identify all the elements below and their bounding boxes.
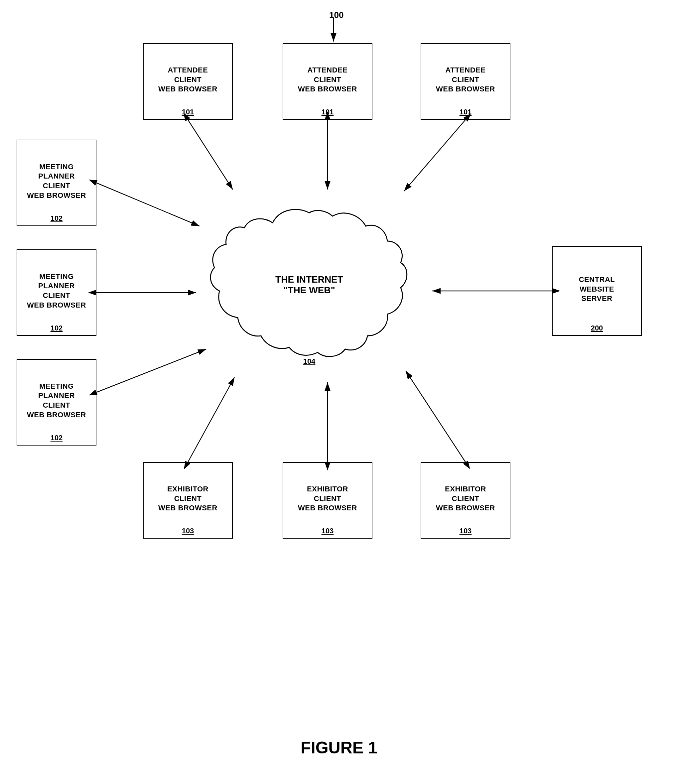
attendee1-cloud-arrow — [188, 120, 233, 190]
exhibitor1-cloud-arrow — [188, 377, 235, 462]
planner-2-number: 102 — [51, 324, 63, 333]
cloud-number: 104 — [303, 357, 316, 366]
central-label: CENTRALWEBSITESERVER — [579, 275, 615, 303]
attendee3-cloud-arrow — [404, 120, 465, 191]
figure-caption: FIGURE 1 — [300, 738, 378, 758]
attendee-1-label: ATTENDEECLIENTWEB BROWSER — [158, 65, 218, 94]
planner-3-label: MEETINGPLANNERCLIENTWEB BROWSER — [27, 382, 86, 420]
exhibitor-3-number: 103 — [460, 527, 472, 535]
exhibitor-2-label: EXHIBITORCLIENTWEB BROWSER — [298, 484, 357, 513]
attendee-client-1: ATTENDEECLIENTWEB BROWSER 101 — [143, 43, 233, 120]
exhibitor-2-number: 103 — [322, 527, 334, 535]
central-website-server: CENTRALWEBSITESERVER 200 — [552, 246, 642, 336]
attendee-3-number: 101 — [460, 108, 472, 117]
exhibitor-client-2: EXHIBITORCLIENTWEB BROWSER 103 — [283, 462, 372, 539]
ref-100-label: 100 — [329, 10, 344, 20]
meeting-planner-2: MEETINGPLANNERCLIENTWEB BROWSER 102 — [17, 249, 96, 336]
internet-cloud: THE INTERNET "THE WEB" 104 — [193, 186, 426, 386]
cloud-svg — [193, 186, 426, 386]
planner3-cloud-arrow — [96, 349, 206, 392]
exhibitor-client-3: EXHIBITORCLIENTWEB BROWSER 103 — [421, 462, 510, 539]
attendee-3-label: ATTENDEECLIENTWEB BROWSER — [436, 65, 495, 94]
attendee-2-label: ATTENDEECLIENTWEB BROWSER — [298, 65, 357, 94]
exhibitor-client-1: EXHIBITORCLIENTWEB BROWSER 103 — [143, 462, 233, 539]
exhibitor-1-label: EXHIBITORCLIENTWEB BROWSER — [158, 484, 218, 513]
attendee-client-3: ATTENDEECLIENTWEB BROWSER 101 — [421, 43, 510, 120]
exhibitor-3-label: EXHIBITORCLIENTWEB BROWSER — [436, 484, 495, 513]
planner1-cloud-arrow — [96, 183, 199, 226]
planner-3-number: 102 — [51, 434, 63, 442]
planner-2-label: MEETINGPLANNERCLIENTWEB BROWSER — [27, 272, 86, 310]
meeting-planner-1: MEETINGPLANNERCLIENTWEB BROWSER 102 — [17, 140, 96, 226]
meeting-planner-3: MEETINGPLANNERCLIENTWEB BROWSER 102 — [17, 359, 96, 445]
planner-1-number: 102 — [51, 214, 63, 223]
planner-1-label: MEETINGPLANNERCLIENTWEB BROWSER — [27, 162, 86, 200]
attendee-client-2: ATTENDEECLIENTWEB BROWSER 101 — [283, 43, 372, 120]
attendee-1-number: 101 — [182, 108, 194, 117]
attendee-2-number: 101 — [322, 108, 334, 117]
diagram: 100 ATTENDEECLIENTWEB BROWSER 101 ATTEND… — [0, 0, 678, 731]
exhibitor-1-number: 103 — [182, 527, 194, 535]
central-number: 200 — [591, 324, 603, 333]
